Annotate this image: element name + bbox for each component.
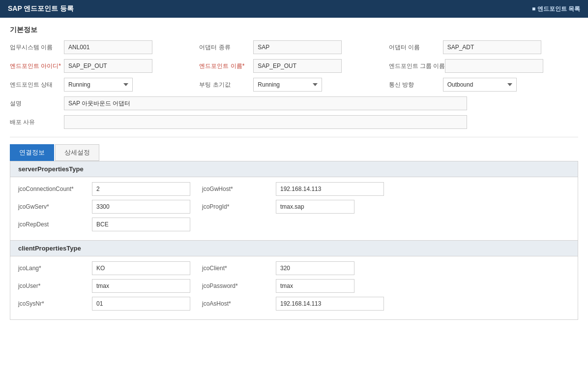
adapter-type-field: 어댑터 종류 bbox=[199, 40, 388, 54]
tabs-container: 연결정보 상세설정 bbox=[10, 144, 578, 161]
jco-as-host-input[interactable] bbox=[276, 297, 384, 311]
endpoint-id-field: 엔드포인트 아이디* bbox=[10, 59, 199, 73]
form-row-1: 업무시스템 이름 어댑터 종류 어댑터 이름 bbox=[10, 40, 578, 54]
client-properties-subsection: clientPropertiesType jcoLang* jcoClient* bbox=[10, 240, 578, 319]
server-properties-body: jcoConnectionCount* jcoGwHost* jcoGwServ… bbox=[10, 177, 578, 240]
server-row-3: jcoRepDest bbox=[18, 218, 570, 231]
endpoint-list-link[interactable]: ■ 엔드포인트 목록 bbox=[532, 5, 580, 13]
deploy-reason-label: 배포 사유 bbox=[10, 118, 64, 126]
description-input[interactable] bbox=[64, 96, 467, 110]
jco-rep-dest-input[interactable] bbox=[92, 218, 190, 231]
jco-user-label: jcoUser* bbox=[18, 282, 92, 289]
jco-lang-label: jcoLang* bbox=[18, 265, 92, 272]
adapter-name-field: 어댑터 이름 bbox=[389, 40, 578, 54]
jco-gw-serv-field: jcoGwServ* bbox=[18, 200, 202, 214]
endpoint-group-input[interactable] bbox=[445, 59, 543, 73]
client-properties-title: clientPropertiesType bbox=[10, 241, 578, 256]
server-properties-title: serverPropertiesType bbox=[10, 161, 578, 177]
form-row-3: 엔드포인트 상태 Running Stopped Paused 부팅 초기값 R… bbox=[10, 78, 578, 92]
business-system-field: 업무시스템 이름 bbox=[10, 40, 199, 54]
deploy-reason-input[interactable] bbox=[64, 115, 467, 129]
endpoint-status-label: 엔드포인트 상태 bbox=[10, 81, 64, 89]
jco-password-label: jcoPassword* bbox=[202, 282, 276, 289]
form-row-5: 배포 사유 bbox=[10, 115, 578, 129]
jco-client-input[interactable] bbox=[276, 261, 354, 275]
jco-user-input[interactable] bbox=[92, 279, 190, 293]
jco-rep-dest-field: jcoRepDest bbox=[18, 218, 294, 231]
jco-sys-nr-label: jcoSysNr* bbox=[18, 300, 92, 307]
jco-rep-dest-label: jcoRepDest bbox=[18, 221, 92, 228]
server-properties-subsection: serverPropertiesType jcoConnectionCount*… bbox=[10, 161, 578, 240]
business-system-input[interactable] bbox=[64, 40, 152, 54]
business-system-label: 업무시스템 이름 bbox=[10, 43, 64, 52]
description-field: 설명 bbox=[10, 96, 578, 110]
endpoint-name-input[interactable] bbox=[253, 59, 342, 73]
jco-connection-count-field: jcoConnectionCount* bbox=[18, 182, 202, 196]
adapter-type-label: 어댑터 종류 bbox=[199, 43, 253, 52]
endpoint-id-input[interactable] bbox=[64, 59, 152, 73]
jco-gw-host-input[interactable] bbox=[276, 182, 384, 196]
jco-lang-input[interactable] bbox=[92, 261, 190, 275]
jco-client-field: jcoClient* bbox=[202, 261, 386, 275]
endpoint-status-select-wrapper: Running Stopped Paused bbox=[64, 78, 133, 92]
endpoint-status-field: 엔드포인트 상태 Running Stopped Paused bbox=[10, 78, 199, 92]
jco-prog-id-label: jcoProgId* bbox=[202, 203, 276, 210]
tab-connection[interactable]: 연결정보 bbox=[10, 144, 54, 161]
endpoint-name-field: 엔드포인트 이름* bbox=[199, 59, 388, 73]
jco-client-label: jcoClient* bbox=[202, 265, 276, 272]
tab-detail[interactable]: 상세설정 bbox=[55, 144, 99, 161]
jco-gw-serv-label: jcoGwServ* bbox=[18, 203, 92, 210]
basic-info-title: 기본정보 bbox=[10, 26, 578, 34]
app-title: SAP 엔드포인트 등록 bbox=[8, 4, 74, 13]
jco-user-field: jcoUser* bbox=[18, 279, 202, 293]
jco-connection-count-label: jcoConnectionCount* bbox=[18, 186, 92, 192]
form-row-4: 설명 bbox=[10, 96, 578, 110]
client-row-1: jcoLang* jcoClient* bbox=[18, 261, 570, 275]
endpoint-group-field: 엔드포인트 그룹 이름 bbox=[389, 59, 578, 73]
client-properties-body: jcoLang* jcoClient* jcoUser* bbox=[10, 256, 578, 319]
comm-direction-field: 통신 방향 Outbound Inbound bbox=[389, 78, 578, 92]
client-row-3: jcoSysNr* jcoAsHost* bbox=[18, 297, 570, 311]
endpoint-status-select[interactable]: Running Stopped Paused bbox=[64, 78, 133, 92]
boot-initial-field: 부팅 초기값 Running Stopped bbox=[199, 78, 388, 92]
basic-info-section: 기본정보 업무시스템 이름 어댑터 종류 어댑터 이름 엔드포인트 아이디* bbox=[10, 26, 578, 129]
boot-initial-select[interactable]: Running Stopped bbox=[253, 78, 322, 92]
comm-direction-select[interactable]: Outbound Inbound bbox=[443, 78, 517, 92]
form-row-2: 엔드포인트 아이디* 엔드포인트 이름* 엔드포인트 그룹 이름 bbox=[10, 59, 578, 73]
comm-direction-select-wrapper: Outbound Inbound bbox=[443, 78, 517, 92]
adapter-name-input[interactable] bbox=[443, 40, 541, 54]
section-divider bbox=[10, 137, 578, 137]
jco-gw-serv-input[interactable] bbox=[92, 200, 190, 214]
endpoint-group-label: 엔드포인트 그룹 이름 bbox=[389, 62, 445, 70]
jco-sys-nr-input[interactable] bbox=[92, 297, 190, 311]
adapter-name-label: 어댑터 이름 bbox=[389, 43, 443, 52]
jco-password-input[interactable] bbox=[276, 279, 354, 293]
endpoint-name-label: 엔드포인트 이름* bbox=[199, 62, 253, 70]
server-row-1: jcoConnectionCount* jcoGwHost* bbox=[18, 182, 570, 196]
comm-direction-label: 통신 방향 bbox=[389, 81, 443, 89]
jco-gw-host-field: jcoGwHost* bbox=[202, 182, 386, 196]
jco-gw-host-label: jcoGwHost* bbox=[202, 186, 276, 192]
app-header: SAP 엔드포인트 등록 ■ 엔드포인트 목록 bbox=[0, 0, 588, 18]
server-row-2: jcoGwServ* jcoProgId* bbox=[18, 200, 570, 214]
connection-section: serverPropertiesType jcoConnectionCount*… bbox=[10, 161, 578, 320]
jco-prog-id-input[interactable] bbox=[276, 200, 354, 214]
deploy-reason-field: 배포 사유 bbox=[10, 115, 578, 129]
description-label: 설명 bbox=[10, 99, 64, 108]
jco-sys-nr-field: jcoSysNr* bbox=[18, 297, 202, 311]
jco-lang-field: jcoLang* bbox=[18, 261, 202, 275]
jco-prog-id-field: jcoProgId* bbox=[202, 200, 386, 214]
jco-as-host-field: jcoAsHost* bbox=[202, 297, 386, 311]
main-content: 기본정보 업무시스템 이름 어댑터 종류 어댑터 이름 엔드포인트 아이디* bbox=[0, 18, 588, 376]
boot-initial-label: 부팅 초기값 bbox=[199, 81, 253, 89]
endpoint-id-label: 엔드포인트 아이디* bbox=[10, 62, 64, 70]
jco-connection-count-input[interactable] bbox=[92, 182, 190, 196]
client-row-2: jcoUser* jcoPassword* bbox=[18, 279, 570, 293]
jco-as-host-label: jcoAsHost* bbox=[202, 300, 276, 307]
boot-initial-select-wrapper: Running Stopped bbox=[253, 78, 322, 92]
jco-password-field: jcoPassword* bbox=[202, 279, 386, 293]
adapter-type-input[interactable] bbox=[253, 40, 342, 54]
